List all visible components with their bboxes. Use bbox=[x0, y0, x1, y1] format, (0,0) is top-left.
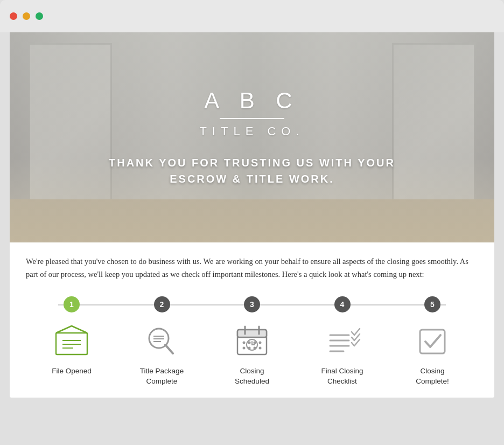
step-1: 1 File Opened bbox=[31, 296, 112, 377]
step-4-label: Final ClosingChecklist bbox=[321, 366, 363, 387]
calendar-icon bbox=[230, 322, 274, 360]
envelope-icon bbox=[50, 322, 93, 360]
svg-point-13 bbox=[242, 342, 245, 344]
body-content: We're pleased that you've chosen to do b… bbox=[10, 242, 494, 398]
svg-line-8 bbox=[165, 345, 173, 353]
checklist-icon bbox=[321, 322, 364, 360]
company-name-bottom: TITLE CO. bbox=[109, 124, 395, 138]
company-name-top: A B C bbox=[109, 88, 395, 114]
hero-tagline: THANK YOU FOR TRUSTING US WITH YOUR ESCR… bbox=[109, 155, 395, 187]
step-2-label: Title PackageComplete bbox=[140, 366, 184, 387]
step-1-number: 1 bbox=[64, 296, 80, 312]
svg-rect-28 bbox=[420, 330, 445, 353]
maximize-button[interactable] bbox=[36, 12, 43, 20]
step-2-number: 2 bbox=[154, 296, 170, 312]
step-1-label: File Opened bbox=[52, 366, 92, 377]
step-5: 5 ClosingComplete! bbox=[392, 296, 473, 387]
window-content: A B C TITLE CO. THANK YOU FOR TRUSTING U… bbox=[10, 32, 494, 398]
svg-rect-10 bbox=[237, 330, 267, 337]
hero-content: A B C TITLE CO. THANK YOU FOR TRUSTING U… bbox=[109, 88, 395, 187]
intro-paragraph: We're pleased that you've chosen to do b… bbox=[26, 255, 478, 281]
step-3-label: ClosingScheduled bbox=[235, 366, 269, 387]
step-3: 3 bbox=[212, 296, 292, 387]
company-divider bbox=[220, 118, 284, 119]
close-button[interactable] bbox=[10, 12, 17, 20]
svg-point-17 bbox=[242, 347, 245, 350]
svg-point-15 bbox=[253, 342, 256, 344]
minimize-button[interactable] bbox=[23, 12, 30, 20]
step-5-label: ClosingComplete! bbox=[416, 366, 449, 387]
window-titlebar bbox=[0, 0, 504, 32]
step-5-number: 5 bbox=[424, 296, 440, 312]
step-4: 4 Final ClosingChecklist bbox=[302, 296, 383, 387]
svg-point-20 bbox=[258, 347, 261, 350]
step-3-number: 3 bbox=[244, 296, 260, 312]
checkbox-icon bbox=[411, 322, 454, 360]
hero-banner: A B C TITLE CO. THANK YOU FOR TRUSTING U… bbox=[10, 32, 494, 242]
step-4-number: 4 bbox=[334, 296, 351, 312]
svg-point-14 bbox=[248, 342, 250, 344]
steps-container: 1 File Opened 2 bbox=[26, 296, 478, 387]
svg-point-16 bbox=[258, 342, 261, 344]
step-2: 2 Title PackageComplete bbox=[122, 296, 202, 387]
search-icon bbox=[141, 322, 184, 360]
